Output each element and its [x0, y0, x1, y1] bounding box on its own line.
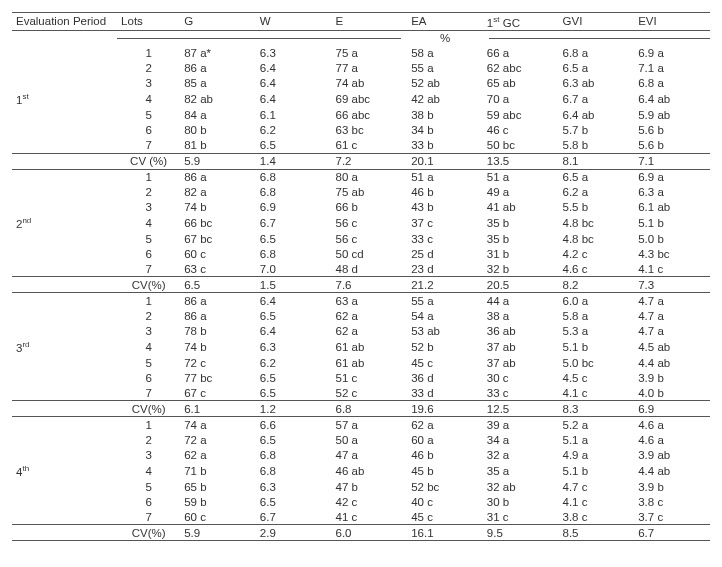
cv-cell: 1.5	[256, 277, 332, 293]
table-header: Evaluation Period Lots G W E EA 1st GC G…	[12, 13, 710, 31]
cv-cell: 6.8	[332, 401, 408, 417]
lot-cell: 1	[117, 169, 180, 185]
value-cell: 32 b	[483, 261, 559, 277]
value-cell: 7.0	[256, 261, 332, 277]
value-cell: 65 ab	[483, 76, 559, 91]
value-cell: 5.2 a	[559, 417, 635, 433]
value-cell: 74 a	[180, 417, 256, 433]
value-cell: 4.1 c	[634, 261, 710, 277]
table-row: 680 b6.263 bc34 b46 c5.7 b5.6 b	[12, 123, 710, 138]
value-cell: 34 a	[483, 432, 559, 447]
value-cell: 86 a	[180, 61, 256, 76]
value-cell: 4.7 c	[559, 479, 635, 494]
cv-cell: 19.6	[407, 401, 483, 417]
value-cell: 5.1 b	[559, 338, 635, 355]
value-cell: 60 c	[180, 246, 256, 261]
value-cell: 6.5	[256, 385, 332, 401]
value-cell: 5.8 b	[559, 138, 635, 154]
value-cell: 6.3	[256, 46, 332, 61]
value-cell: 6.5 a	[559, 169, 635, 185]
value-cell: 62 abc	[483, 61, 559, 76]
value-cell: 34 b	[407, 123, 483, 138]
value-cell: 62 a	[332, 308, 408, 323]
value-cell: 56 c	[332, 215, 408, 232]
header-gvi: GVI	[559, 13, 635, 31]
header-g: G	[180, 13, 256, 31]
value-cell: 6.0 a	[559, 293, 635, 309]
lot-cell: 7	[117, 138, 180, 154]
value-cell: 42 c	[332, 494, 408, 509]
value-cell: 60 a	[407, 432, 483, 447]
value-cell: 67 c	[180, 385, 256, 401]
value-cell: 4.5 c	[559, 370, 635, 385]
value-cell: 61 ab	[332, 355, 408, 370]
table-row: 567 bc6.556 c33 c35 b4.8 bc5.0 b	[12, 231, 710, 246]
cv-cell: 16.1	[407, 525, 483, 541]
value-cell: 4.8 bc	[559, 231, 635, 246]
value-cell: 86 a	[180, 293, 256, 309]
value-cell: 5.9 ab	[634, 108, 710, 123]
value-cell: 4.8 bc	[559, 215, 635, 232]
lot-cell: 2	[117, 185, 180, 200]
cv-cell: 7.1	[634, 153, 710, 169]
value-cell: 54 a	[407, 308, 483, 323]
value-cell: 55 a	[407, 61, 483, 76]
value-cell: 53 ab	[407, 323, 483, 338]
table-row: 677 bc6.551 c36 d30 c4.5 c3.9 b	[12, 370, 710, 385]
table-row: 272 a6.550 a60 a34 a5.1 a4.6 a	[12, 432, 710, 447]
value-cell: 49 a	[483, 185, 559, 200]
period-label: 1st	[12, 91, 117, 108]
value-cell: 63 a	[332, 293, 408, 309]
lot-cell: 6	[117, 123, 180, 138]
value-cell: 31 b	[483, 246, 559, 261]
lot-cell: 3	[117, 323, 180, 338]
value-cell: 84 a	[180, 108, 256, 123]
value-cell: 6.7	[256, 509, 332, 525]
lot-cell: 5	[117, 355, 180, 370]
value-cell: 50 a	[332, 432, 408, 447]
value-cell: 37 ab	[483, 355, 559, 370]
value-cell: 4.7 a	[634, 308, 710, 323]
value-cell: 65 b	[180, 479, 256, 494]
lot-cell: 7	[117, 509, 180, 525]
table-row: 760 c6.741 c45 c31 c3.8 c3.7 c	[12, 509, 710, 525]
value-cell: 5.1 b	[634, 215, 710, 232]
table-row: 4th471 b6.846 ab45 b35 a5.1 b4.4 ab	[12, 462, 710, 479]
value-cell: 61 ab	[332, 338, 408, 355]
value-cell: 6.2	[256, 355, 332, 370]
table-body: % 187 a*6.375 a58 a66 a6.8 a6.9 a286 a6.…	[12, 30, 710, 540]
cv-cell: 20.5	[483, 277, 559, 293]
value-cell: 45 c	[407, 509, 483, 525]
value-cell: 5.5 b	[559, 200, 635, 215]
units-label: %	[407, 30, 483, 46]
value-cell: 5.6 b	[634, 138, 710, 154]
cv-cell: 8.1	[559, 153, 635, 169]
period-label: 2nd	[12, 215, 117, 232]
value-cell: 3.9 ab	[634, 447, 710, 462]
cv-cell: 12.5	[483, 401, 559, 417]
value-cell: 3.8 c	[559, 509, 635, 525]
value-cell: 52 bc	[407, 479, 483, 494]
value-cell: 3.8 c	[634, 494, 710, 509]
value-cell: 4.6 c	[559, 261, 635, 277]
value-cell: 6.2 a	[559, 185, 635, 200]
value-cell: 33 c	[407, 231, 483, 246]
lot-cell: 2	[117, 61, 180, 76]
table-row: 286 a6.562 a54 a38 a5.8 a4.7 a	[12, 308, 710, 323]
value-cell: 51 c	[332, 370, 408, 385]
value-cell: 77 a	[332, 61, 408, 76]
table-row: 565 b6.347 b52 bc32 ab4.7 c3.9 b	[12, 479, 710, 494]
value-cell: 59 abc	[483, 108, 559, 123]
value-cell: 5.0 b	[634, 231, 710, 246]
value-cell: 36 d	[407, 370, 483, 385]
lot-cell: 3	[117, 200, 180, 215]
cv-cell: 5.9	[180, 525, 256, 541]
lot-cell: 1	[117, 46, 180, 61]
lot-cell: 6	[117, 494, 180, 509]
table-row: 1st482 ab6.469 abc42 ab70 a6.7 a6.4 ab	[12, 91, 710, 108]
table-row: 282 a6.875 ab46 b49 a6.2 a6.3 a	[12, 185, 710, 200]
value-cell: 52 ab	[407, 76, 483, 91]
value-cell: 37 c	[407, 215, 483, 232]
value-cell: 66 abc	[332, 108, 408, 123]
value-cell: 6.6	[256, 417, 332, 433]
